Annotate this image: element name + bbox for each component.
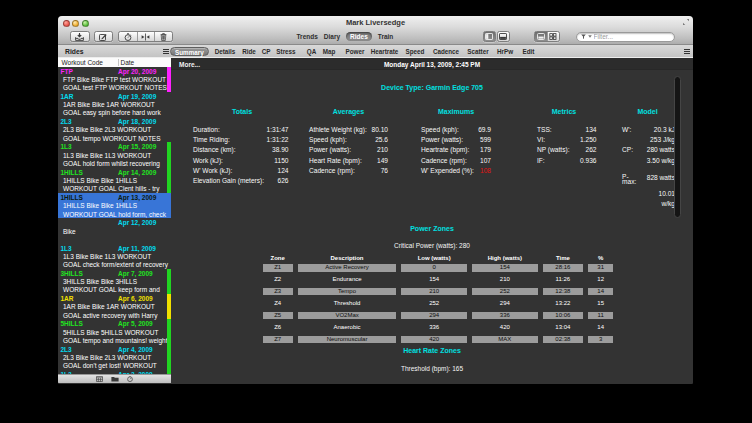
ride-code: 3HILLS [61, 270, 83, 278]
stats-column-header: Model [637, 108, 657, 115]
ride-list-item[interactable]: 1L3 Apr 11, 2009 1L3 Bike Bike 1L3 WORKO… [58, 244, 171, 269]
stats-column: Metrics TSS: 134 VI: [537, 125, 597, 166]
view-tab[interactable]: Edit [523, 48, 535, 55]
power-zone-row: Z4 Threshold 252 294 13:22 15 [263, 300, 615, 308]
view-tab-selected[interactable]: Summary [170, 47, 210, 57]
view-tab[interactable]: HrPw [497, 48, 513, 55]
ride-list-item[interactable]: 1HILLS Apr 13, 2009 1HILLS Bike Bike 1HI… [58, 193, 171, 218]
stat-value: 25.6 [375, 135, 388, 145]
ride-list-item[interactable]: FTP Apr 20, 2009 FTP Bike Bike FTP test … [58, 67, 171, 92]
filter-input[interactable] [594, 33, 664, 40]
sidebar-menu-icon[interactable] [163, 48, 169, 55]
sidebar-title: Rides [65, 48, 84, 55]
low-cell: 420 [401, 336, 467, 344]
description-cell: Active Recovery [298, 264, 397, 272]
ride-list-item[interactable]: Apr 12, 2009 Bike [58, 218, 171, 243]
app-tab[interactable]: Train [378, 31, 394, 43]
ride-list-item[interactable]: 1L3 Apr 15, 2009 1L3 Bike Bike 1L3 WORKO… [58, 142, 171, 167]
view-tab[interactable]: Map [323, 48, 336, 55]
stat-row: TSS: 134 [537, 125, 597, 135]
description-cell: Anaerobic [298, 324, 397, 332]
app-tab[interactable]: Trends [297, 31, 318, 43]
manual-activity-button[interactable] [94, 31, 113, 42]
ride-list-item[interactable]: 1L3 Apr 3, 2009 [58, 370, 171, 373]
ride-list-item[interactable]: 1HILLS Apr 14, 2009 1HILLS Bike Bike 1HI… [58, 168, 171, 193]
tabbed-view-button[interactable] [535, 32, 547, 41]
view-tab[interactable]: Stress [276, 48, 295, 55]
stats-column: Model W': 20.3 kJ 25 [622, 125, 675, 209]
folder-icon[interactable] [111, 376, 119, 382]
power-zone-row: Z2 Endurance 154 210 11:26 12 [263, 276, 615, 284]
view-tab[interactable]: Power [346, 48, 365, 55]
stat-value: 1150 [274, 156, 288, 166]
ride-list-item[interactable]: 3HILLS Apr 7, 2009 3HILLS Bike Bike 3HIL… [58, 269, 171, 294]
stat-value: 149 [377, 156, 388, 166]
fullscreen-icon[interactable] [682, 18, 690, 26]
import-icon [75, 33, 84, 41]
ride-list-item[interactable]: 1AR Apr 19, 2009 1AR Bike Bike 1AR WORKO… [58, 92, 171, 117]
stat-value: 179 [480, 145, 491, 155]
device-type: Device Type: Garmin Edge 705 [171, 84, 693, 91]
stat-value: 3.50 w/kg [647, 156, 675, 166]
ride-list-item[interactable]: 2L3 Apr 18, 2009 2L3 Bike Bike 2L3 WORKO… [58, 117, 171, 142]
stat-row: Power (watts): 210 [309, 145, 388, 155]
titlebar[interactable]: Mark Liversedge [58, 16, 693, 28]
toggle-lowbar-button[interactable] [497, 31, 510, 42]
ride-actions-group [118, 31, 173, 42]
stat-row: 10.01 [622, 189, 675, 199]
stat-label: IF: [537, 156, 545, 166]
toggle-sidebar-button[interactable] [483, 31, 496, 42]
stat-row: Speed (kph): 25.6 [309, 135, 388, 145]
stat-label: Heart Rate (bpm): [309, 156, 362, 166]
stat-value: 38.90 [272, 145, 289, 155]
view-tabs-menu-icon[interactable] [684, 48, 690, 55]
view-tab[interactable]: CP [262, 48, 271, 55]
calendar-icon[interactable] [96, 376, 103, 382]
ride-list-item[interactable]: 2L3 Apr 4, 2009 2L3 Bike Bike 2L3 WORKOU… [58, 345, 171, 370]
view-tab[interactable]: QA [307, 48, 316, 55]
clock-icon[interactable] [127, 376, 133, 382]
view-tab[interactable]: Heartrate [371, 48, 399, 55]
column-date[interactable]: Date [121, 59, 135, 66]
low-cell: 336 [401, 324, 467, 332]
tiled-view-button[interactable] [547, 32, 559, 41]
filter-field[interactable] [576, 32, 675, 42]
delete-activity-button[interactable] [154, 32, 172, 41]
stat-value: 76 [381, 166, 388, 176]
app-tab[interactable]: Rides [346, 32, 372, 42]
split-activity-button[interactable] [137, 32, 155, 41]
app-tab[interactable]: Diary [324, 31, 340, 43]
pct-cell: 15 [588, 300, 613, 308]
time-cell: 02:38 [543, 336, 583, 344]
import-activity-button[interactable] [70, 31, 90, 42]
stat-value: 1:31:22 [267, 135, 289, 145]
view-tab[interactable]: Details [215, 48, 236, 55]
view-tab[interactable]: Scatter [467, 48, 488, 55]
view-tab[interactable]: Ride [242, 48, 256, 55]
stat-row: VI: 1.250 [537, 135, 597, 145]
vertical-scrollbar-thumb[interactable] [674, 76, 681, 218]
low-cell: 0 [401, 264, 467, 272]
stat-row: IF: 0.936 [537, 156, 597, 166]
stopwatch-icon [124, 33, 132, 41]
stopwatch-button[interactable] [119, 32, 137, 41]
stat-label: Cadence (rpm): [309, 166, 355, 176]
ride-list-item[interactable]: 1AR Apr 6, 2009 1AR Bike Bike 1AR WORKOU… [58, 294, 171, 319]
description-cell: Neuromuscular [298, 336, 397, 344]
stat-row: Heartrate (bpm): 179 [421, 145, 491, 155]
ride-code: 1AR [61, 295, 74, 303]
zone-cell: Z2 [263, 276, 293, 284]
view-tab[interactable]: Cadence [433, 48, 459, 55]
column-workout-code[interactable]: Workout Code [62, 59, 103, 66]
view-tab[interactable]: Speed [406, 48, 425, 55]
lowbar-layout-icon [499, 33, 507, 40]
stat-row: Athlete Weight (kg): 80.10 [309, 125, 388, 135]
ride-list-item[interactable]: 5HILLS Apr 5, 2009 5HILLS Bike 5HILLS WO… [58, 319, 171, 344]
power-zone-row: Z6 Anaerobic 336 420 13:04 14 [263, 324, 615, 332]
stat-row: W': 20.3 kJ [622, 125, 675, 135]
sidebar-column-header[interactable]: Workout Code Date [58, 58, 171, 67]
description-cell: VO2Max [298, 312, 397, 320]
window-chrome: Mark Liversedge [58, 16, 693, 45]
stat-label: VI: [537, 135, 545, 145]
ride-code: 1HILLS [61, 169, 83, 177]
